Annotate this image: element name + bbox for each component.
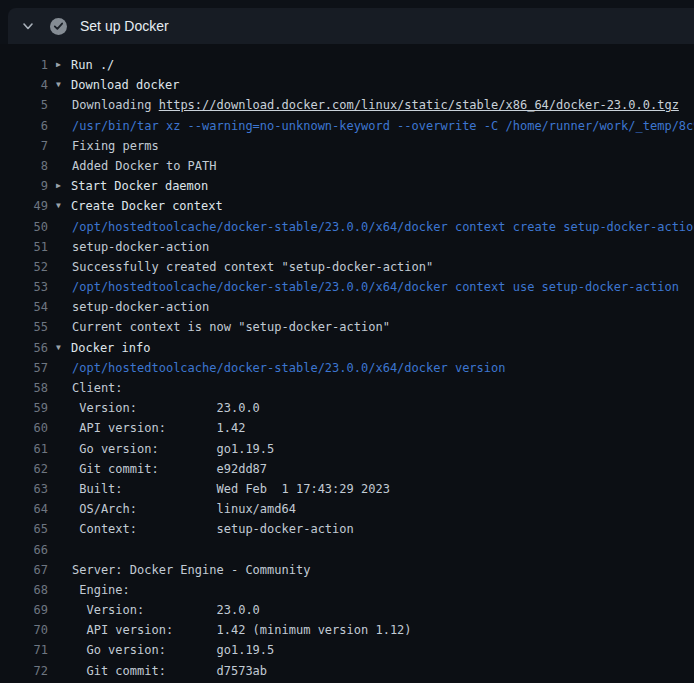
line-number[interactable]: 72 (0, 661, 48, 681)
group-expanded-icon[interactable]: ▼ (56, 196, 71, 216)
line-number[interactable]: 61 (0, 439, 48, 459)
line-number[interactable]: 7 (0, 136, 48, 156)
line-number[interactable]: 5 (0, 95, 48, 115)
line-number[interactable]: 60 (0, 418, 48, 438)
line-number[interactable]: 69 (0, 600, 48, 620)
line-number[interactable]: 56 (0, 338, 48, 358)
log-text: Fixing perms (72, 136, 159, 156)
log-line: 63 Built: Wed Feb 1 17:43:29 2023 (0, 479, 694, 499)
log-text: setup-docker-action (72, 237, 209, 257)
line-number[interactable]: 64 (0, 499, 48, 519)
log-line: 1▶Run ./ (0, 55, 694, 75)
group-expanded-icon[interactable]: ▼ (56, 75, 71, 95)
log-line: 56▼Docker info (0, 338, 694, 358)
line-number[interactable]: 71 (0, 640, 48, 660)
line-number[interactable]: 53 (0, 277, 48, 297)
group-collapsed-icon[interactable]: ▶ (56, 176, 71, 196)
line-number[interactable]: 65 (0, 519, 48, 539)
log-line: 70 API version: 1.42 (minimum version 1.… (0, 620, 694, 640)
line-number[interactable]: 70 (0, 620, 48, 640)
group-expanded-icon[interactable]: ▼ (56, 338, 71, 358)
log-command-text: /usr/bin/tar xz --warning=no-unknown-key… (72, 116, 694, 136)
log-text: Version: 23.0.0 (72, 398, 260, 418)
group-title[interactable]: Download docker (71, 75, 179, 95)
line-number[interactable]: 1 (0, 55, 48, 75)
check-circle-icon (50, 18, 67, 35)
log-line: 68 Engine: (0, 580, 694, 600)
log-line: 65 Context: setup-docker-action (0, 519, 694, 539)
line-number[interactable]: 66 (0, 540, 48, 560)
line-number[interactable]: 55 (0, 317, 48, 337)
log-text: API version: 1.42 (minimum version 1.12) (72, 620, 412, 640)
log-line: 60 API version: 1.42 (0, 418, 694, 438)
log-text: Current context is now "setup-docker-act… (72, 317, 390, 337)
step-header-set-up-docker[interactable]: Set up Docker (8, 8, 694, 44)
log-group-toggle: ▼Download docker (56, 75, 179, 95)
line-number[interactable]: 59 (0, 398, 48, 418)
log-group-toggle: ▼Docker info (56, 338, 150, 358)
log-line: 67Server: Docker Engine - Community (0, 560, 694, 580)
line-number[interactable]: 50 (0, 217, 48, 237)
log-line: 8Added Docker to PATH (0, 156, 694, 176)
line-number[interactable]: 68 (0, 580, 48, 600)
log-line: 54setup-docker-action (0, 297, 694, 317)
line-number[interactable]: 54 (0, 297, 48, 317)
log-command-text: /opt/hostedtoolcache/docker-stable/23.0.… (72, 217, 694, 237)
log-text: Go version: go1.19.5 (72, 439, 274, 459)
group-title[interactable]: Start Docker daemon (71, 176, 208, 196)
log-command-text: /opt/hostedtoolcache/docker-stable/23.0.… (72, 358, 505, 378)
log-line: 53/opt/hostedtoolcache/docker-stable/23.… (0, 277, 694, 297)
line-number[interactable]: 57 (0, 358, 48, 378)
step-title: Set up Docker (80, 18, 169, 34)
log-text: OS/Arch: linux/amd64 (72, 499, 296, 519)
group-collapsed-icon[interactable]: ▶ (56, 55, 71, 75)
log-text: Git commit: e92dd87 (72, 459, 267, 479)
log-line: 50/opt/hostedtoolcache/docker-stable/23.… (0, 217, 694, 237)
log-line: 64 OS/Arch: linux/amd64 (0, 499, 694, 519)
log-text: Go version: go1.19.5 (72, 640, 274, 660)
line-number[interactable]: 6 (0, 116, 48, 136)
line-number[interactable]: 49 (0, 196, 48, 216)
log-line: 69 Version: 23.0.0 (0, 600, 694, 620)
log-line: 66 (0, 540, 694, 560)
group-title[interactable]: Run ./ (71, 55, 114, 75)
log-group-toggle: ▶Start Docker daemon (56, 176, 208, 196)
log-command-text: /opt/hostedtoolcache/docker-stable/23.0.… (72, 277, 679, 297)
line-number[interactable]: 67 (0, 560, 48, 580)
log-line: 6/usr/bin/tar xz --warning=no-unknown-ke… (0, 116, 694, 136)
line-number[interactable]: 4 (0, 75, 48, 95)
log-line: 71 Go version: go1.19.5 (0, 640, 694, 660)
log-line: 62 Git commit: e92dd87 (0, 459, 694, 479)
log-line: 4▼Download docker (0, 75, 694, 95)
line-number[interactable]: 62 (0, 459, 48, 479)
line-number[interactable]: 8 (0, 156, 48, 176)
group-title[interactable]: Create Docker context (71, 196, 223, 216)
log-output: 1▶Run ./4▼Download docker5Downloading ht… (0, 44, 694, 683)
log-text: Built: Wed Feb 1 17:43:29 2023 (72, 479, 390, 499)
log-text: Added Docker to PATH (72, 156, 217, 176)
log-text: Server: Docker Engine - Community (72, 560, 310, 580)
log-line: 49▼Create Docker context (0, 196, 694, 216)
log-text: Git commit: d7573ab (72, 661, 267, 681)
log-group-toggle: ▶Run ./ (56, 55, 114, 75)
line-number[interactable]: 9 (0, 176, 48, 196)
line-number[interactable]: 51 (0, 237, 48, 257)
log-line: 72 Git commit: d7573ab (0, 661, 694, 681)
log-line: 7Fixing perms (0, 136, 694, 156)
group-title[interactable]: Docker info (71, 338, 150, 358)
line-number[interactable]: 63 (0, 479, 48, 499)
log-text: Downloading https://download.docker.com/… (72, 95, 679, 115)
log-text: setup-docker-action (72, 297, 209, 317)
log-text: Context: setup-docker-action (72, 519, 354, 539)
line-number[interactable]: 52 (0, 257, 48, 277)
download-url-link[interactable]: https://download.docker.com/linux/static… (159, 95, 679, 115)
log-line: 59 Version: 23.0.0 (0, 398, 694, 418)
log-text: Engine: (72, 580, 130, 600)
log-text: API version: 1.42 (72, 418, 245, 438)
line-number[interactable]: 58 (0, 378, 48, 398)
log-line: 55Current context is now "setup-docker-a… (0, 317, 694, 337)
log-line: 9▶Start Docker daemon (0, 176, 694, 196)
actions-log-viewer: Set up Docker 1▶Run ./4▼Download docker5… (0, 0, 694, 683)
chevron-down-icon[interactable] (21, 19, 35, 33)
log-line: 61 Go version: go1.19.5 (0, 439, 694, 459)
